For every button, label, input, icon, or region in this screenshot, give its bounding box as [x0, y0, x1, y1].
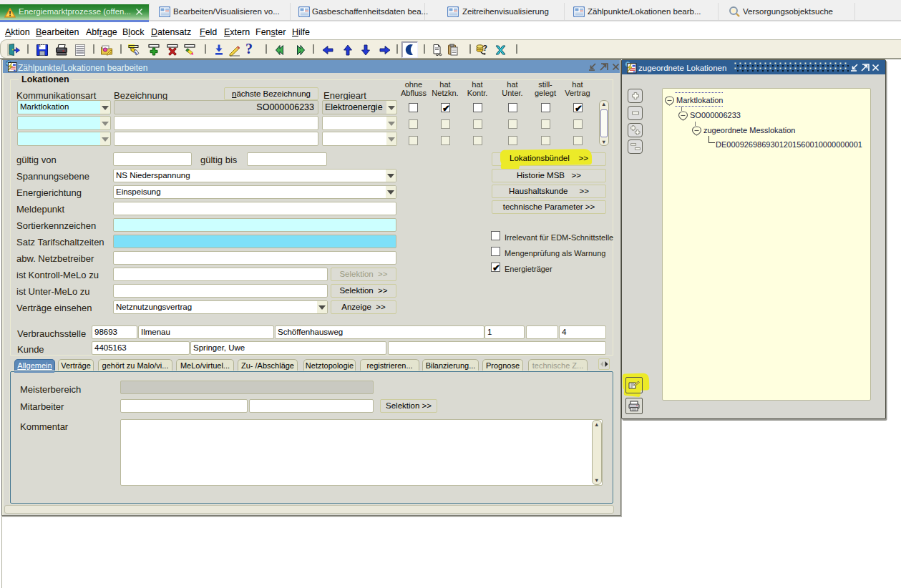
svg-text:?: ? — [483, 44, 487, 52]
